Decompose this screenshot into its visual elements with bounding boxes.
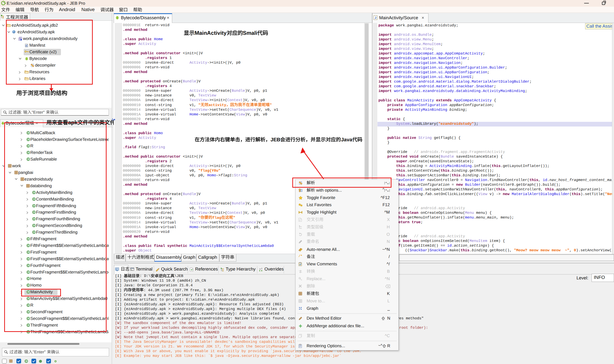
svg-text:J: J [375, 16, 376, 19]
svg-text:C: C [25, 360, 27, 363]
